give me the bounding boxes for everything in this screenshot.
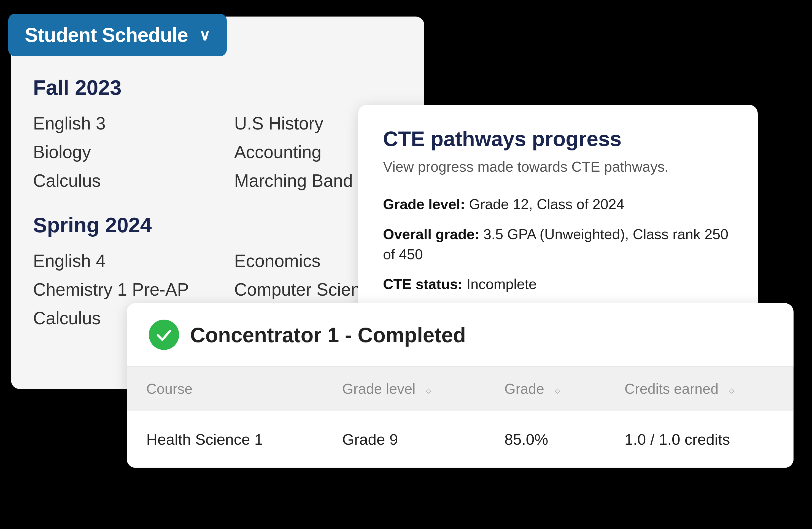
cte-subtitle: View progress made towards CTE pathways. bbox=[383, 158, 733, 175]
table-cell-grade: 85.0% bbox=[485, 411, 605, 468]
list-item: English 4 bbox=[33, 251, 201, 271]
cte-status-label: CTE status: bbox=[383, 276, 463, 292]
concentrator-title: Concentrator 1 - Completed bbox=[190, 323, 466, 347]
fall-course-grid: English 3 U.S History Biology Accounting… bbox=[33, 113, 402, 191]
list-item: Chemistry 1 Pre-AP bbox=[33, 279, 201, 300]
table-header-row: Course Grade level ⬦ Grade ⬦ Credits ear… bbox=[127, 367, 794, 411]
cte-overall-grade: Overall grade: 3.5 GPA (Unweighted), Cla… bbox=[383, 224, 733, 265]
concentrator-card: Concentrator 1 - Completed Course Grade … bbox=[127, 303, 794, 468]
fall-semester-title: Fall 2023 bbox=[33, 75, 402, 100]
list-item: Biology bbox=[33, 142, 201, 162]
schedule-header[interactable]: Student Schedule ∨ bbox=[8, 14, 227, 56]
spring-semester-title: Spring 2024 bbox=[33, 213, 402, 237]
cte-title: CTE pathways progress bbox=[383, 127, 733, 151]
list-item: English 3 bbox=[33, 113, 201, 134]
column-header-course: Course bbox=[127, 367, 323, 411]
schedule-title: Student Schedule bbox=[25, 24, 188, 46]
table-row: Health Science 1 Grade 9 85.0% 1.0 / 1.0… bbox=[127, 411, 794, 468]
table-cell-course: Health Science 1 bbox=[127, 411, 323, 468]
sort-grade-icon[interactable]: ⬦ bbox=[554, 383, 561, 396]
column-header-grade-level[interactable]: Grade level ⬦ bbox=[323, 367, 485, 411]
concentrator-header: Concentrator 1 - Completed bbox=[127, 303, 794, 366]
chevron-down-icon: ∨ bbox=[199, 26, 210, 44]
list-item: Calculus bbox=[33, 171, 201, 191]
checkmark-svg bbox=[155, 326, 173, 343]
cte-overall-grade-label: Overall grade: bbox=[383, 226, 479, 242]
complete-check-icon bbox=[149, 320, 179, 350]
sort-credits-icon[interactable]: ⬦ bbox=[728, 383, 735, 396]
cte-grade-level-value: Grade 12, Class of 2024 bbox=[469, 196, 624, 212]
sort-grade-level-icon[interactable]: ⬦ bbox=[425, 383, 432, 396]
table-cell-grade-level: Grade 9 bbox=[323, 411, 485, 468]
concentrator-table: Course Grade level ⬦ Grade ⬦ Credits ear… bbox=[127, 366, 794, 468]
table-cell-credits-earned: 1.0 / 1.0 credits bbox=[605, 411, 793, 468]
cte-status-value: Incomplete bbox=[466, 276, 536, 292]
column-header-credits-earned[interactable]: Credits earned ⬦ bbox=[605, 367, 793, 411]
cte-grade-level-label: Grade level: bbox=[383, 196, 465, 212]
column-header-grade[interactable]: Grade ⬦ bbox=[485, 367, 605, 411]
concentrator-table-wrapper: Course Grade level ⬦ Grade ⬦ Credits ear… bbox=[127, 366, 794, 468]
cte-grade-level: Grade level: Grade 12, Class of 2024 bbox=[383, 194, 733, 214]
cte-status: CTE status: Incomplete bbox=[383, 274, 733, 294]
cte-pathways-card: CTE pathways progress View progress made… bbox=[358, 105, 758, 326]
